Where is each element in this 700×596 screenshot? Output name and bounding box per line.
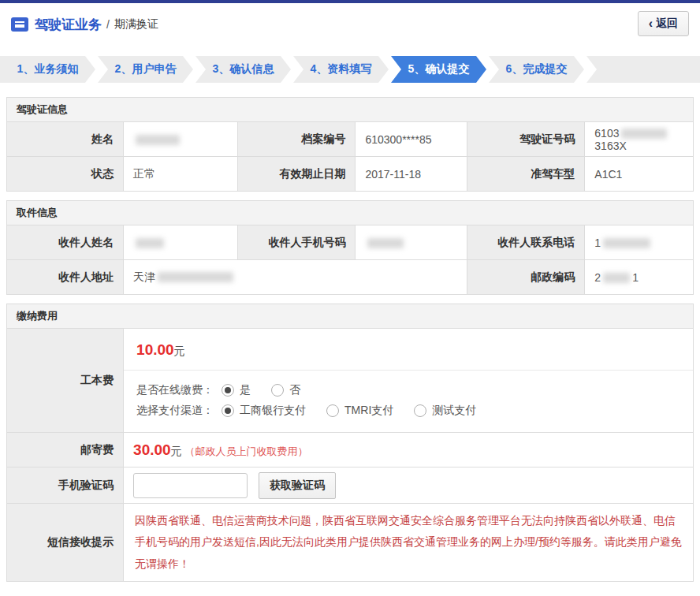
- table-row: 状态 正常 有效期止日期 2017-11-18 准驾车型 A1C1: [7, 157, 694, 192]
- table-row: 工本费 10.00元 是否在线缴费： 是: [7, 329, 694, 433]
- table-row: 邮寄费 30.00元（邮政人员上门收取费用）: [7, 433, 694, 467]
- recipient-phone-label: 收件人联系电话: [467, 225, 585, 260]
- postage-label: 邮寄费: [7, 433, 124, 467]
- card-fee-cell: 10.00元 是否在线缴费： 是 否: [124, 329, 694, 433]
- payment-table: 工本费 10.00元 是否在线缴费： 是: [6, 328, 694, 582]
- online-pay-row: 是否在线缴费： 是 否: [136, 383, 680, 397]
- step-6-complete-submit[interactable]: 6、完成提交: [489, 56, 584, 83]
- payment-options: 是否在线缴费： 是 否 选择支付渠道：: [124, 371, 693, 432]
- file-no-value: 610300****85: [356, 122, 467, 157]
- table-row: 短信接收提示 因陕西省联通、电信运营商技术问题，陕西省互联网交通安全综合服务管理…: [7, 504, 694, 582]
- redacted-value: [603, 273, 630, 283]
- table-row: 手机验证码 获取验证码: [7, 467, 694, 504]
- step-4-fill-data[interactable]: 4、资料填写: [293, 56, 389, 83]
- expiry-value: 2017-11-18: [356, 157, 467, 192]
- breadcrumb-current: 期满换证: [114, 17, 158, 32]
- get-code-button[interactable]: 获取验证码: [259, 472, 336, 499]
- redacted-value: [136, 238, 164, 248]
- name-value: [124, 122, 238, 157]
- radio-unchecked-icon[interactable]: [326, 404, 339, 417]
- table-row: 收件人地址 天津 邮政编码 21: [7, 260, 694, 295]
- table-row: 收件人姓名 收件人手机号码 收件人联系电话 1: [7, 225, 694, 260]
- step-3-confirm-info[interactable]: 3、确认信息: [195, 56, 291, 83]
- channel-option-tmri[interactable]: TMRI支付: [326, 404, 393, 418]
- postage-note: （邮政人员上门收取费用）: [185, 445, 308, 457]
- radio-checked-icon[interactable]: [222, 384, 234, 397]
- back-button-label: 返回: [656, 17, 678, 31]
- status-value: 正常: [124, 157, 238, 192]
- recipient-name-value: [124, 225, 238, 260]
- radio-checked-icon[interactable]: [222, 404, 234, 417]
- expiry-label: 有效期止日期: [237, 157, 356, 192]
- postal-code-label: 邮政编码: [467, 260, 585, 295]
- radio-unchecked-icon[interactable]: [271, 384, 284, 397]
- sms-notice-cell: 因陕西省联通、电信运营商技术问题，陕西省互联网交通安全综合服务管理平台无法向持陕…: [124, 504, 694, 582]
- sms-notice-text: 因陕西省联通、电信运营商技术问题，陕西省互联网交通安全综合服务管理平台无法向持陕…: [135, 510, 682, 575]
- card-fee-amount-line: 10.00元: [124, 329, 693, 371]
- license-no-value: 61033163X: [585, 122, 694, 157]
- channel-option-test[interactable]: 测试支付: [414, 404, 476, 418]
- pay-channel-row: 选择支付渠道： 工商银行支付 TMRI支付 测试支付: [136, 404, 680, 418]
- recipient-mobile-value: [356, 225, 467, 260]
- recipient-address-label: 收件人地址: [7, 260, 124, 295]
- recipient-name-label: 收件人姓名: [7, 225, 124, 260]
- sms-code-cell: 获取验证码: [124, 467, 694, 504]
- license-no-label: 驾驶证号码: [467, 122, 585, 157]
- card-fee-amount: 10.00: [136, 341, 174, 358]
- name-label: 姓名: [7, 122, 124, 157]
- channel-option-icbc[interactable]: 工商银行支付: [222, 404, 306, 418]
- file-no-label: 档案编号: [237, 122, 356, 157]
- license-business-icon: [11, 17, 28, 32]
- back-button[interactable]: ‹ 返回: [638, 11, 689, 36]
- postage-amount: 30.00: [133, 441, 171, 458]
- step-1-business-notice[interactable]: 1、业务须知: [0, 56, 95, 83]
- step-5-confirm-submit[interactable]: 5、确认提交: [391, 56, 486, 83]
- currency-unit: 元: [174, 345, 185, 357]
- postage-cell: 30.00元（邮政人员上门收取费用）: [124, 433, 694, 467]
- sms-code-label: 手机验证码: [7, 467, 124, 504]
- postal-code-value: 21: [585, 260, 694, 295]
- vehicle-class-value: A1C1: [585, 157, 694, 192]
- page-title: 驾驶证业务: [35, 16, 102, 34]
- card-fee-label: 工本费: [7, 329, 124, 433]
- table-row: 姓名 档案编号 610300****85 驾驶证号码 61033163X: [7, 122, 694, 157]
- step-2-user-declaration[interactable]: 2、用户申告: [98, 56, 193, 83]
- online-pay-option-yes[interactable]: 是: [222, 383, 251, 397]
- currency-unit: 元: [171, 445, 182, 457]
- sms-notice-label: 短信接收提示: [7, 504, 124, 582]
- recipient-mobile-label: 收件人手机号码: [237, 225, 356, 260]
- sms-code-input[interactable]: [133, 473, 248, 498]
- recipient-phone-value: 1: [585, 225, 694, 260]
- license-info-table: 姓名 档案编号 610300****85 驾驶证号码 61033163X 状态 …: [6, 121, 694, 192]
- wizard-stepbar: 1、业务须知 2、用户申告 3、确认信息 4、资料填写 5、确认提交 6、完成提…: [0, 56, 700, 83]
- radio-label: 是: [240, 383, 251, 397]
- online-pay-option-no[interactable]: 否: [271, 383, 300, 397]
- pickup-info-table: 收件人姓名 收件人手机号码 收件人联系电话 1 收件人地址 天津 邮政编码 21: [6, 225, 694, 295]
- license-info-section: 驾驶证信息 姓名 档案编号 610300****85 驾驶证号码 6103316…: [6, 97, 694, 192]
- online-pay-question: 是否在线缴费：: [136, 383, 214, 397]
- pay-channel-question: 选择支付渠道：: [136, 404, 214, 418]
- pickup-info-section: 取件信息 收件人姓名 收件人手机号码 收件人联系电话 1 收件人地址 天津 邮政…: [6, 200, 694, 295]
- redacted-value: [621, 129, 667, 139]
- radio-label: 否: [289, 383, 300, 397]
- payment-section: 缴纳费用 工本费 10.00元 是否在线缴费： 是: [6, 304, 694, 582]
- license-info-title: 驾驶证信息: [6, 97, 694, 122]
- page-header: 驾驶证业务 / 期满换证 ‹ 返回: [0, 3, 700, 46]
- redacted-value: [158, 272, 233, 282]
- stepbar-filler: [586, 56, 700, 83]
- radio-label: TMRI支付: [344, 404, 393, 418]
- radio-unchecked-icon[interactable]: [414, 404, 426, 417]
- redacted-value: [136, 135, 180, 145]
- back-chevron-icon: ‹: [649, 17, 653, 30]
- pickup-info-title: 取件信息: [6, 200, 694, 225]
- payment-title: 缴纳费用: [6, 304, 694, 329]
- radio-label: 工商银行支付: [240, 404, 306, 418]
- radio-label: 测试支付: [432, 404, 476, 418]
- breadcrumb-separator: /: [106, 18, 110, 31]
- vehicle-class-label: 准驾车型: [467, 157, 585, 192]
- status-label: 状态: [7, 157, 124, 192]
- redacted-value: [603, 238, 650, 248]
- recipient-address-value: 天津: [124, 260, 467, 295]
- redacted-value: [367, 238, 404, 248]
